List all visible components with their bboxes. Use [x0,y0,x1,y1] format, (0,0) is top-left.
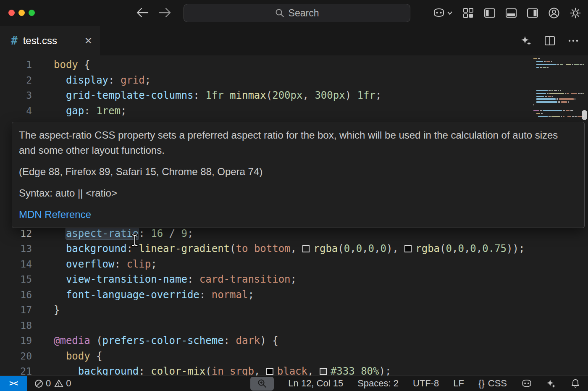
tab-test-css[interactable]: # test.css ✕ [0,26,100,55]
mdn-reference-link[interactable]: MDN Reference [19,207,578,222]
tooltip-syntax: Syntax: auto || <ratio> [19,186,578,201]
language-label: CSS [488,378,507,389]
color-swatch[interactable] [266,368,273,375]
copilot-sparkle-icon[interactable] [521,35,532,46]
more-actions-icon[interactable] [568,35,579,46]
minimap[interactable] [533,58,584,119]
chevron-down-icon [447,11,453,15]
problems-indicator[interactable]: 0 0 [34,378,71,389]
code-content: } [32,302,60,318]
back-arrow-icon[interactable] [136,7,149,18]
scrollbar-thumb[interactable] [582,110,587,120]
code-line-13[interactable]: 13 background: linear-gradient(to bottom… [0,241,588,257]
sparkle-status-icon[interactable] [546,379,556,388]
account-icon[interactable] [548,7,560,19]
history-nav [136,7,171,18]
search-input[interactable]: Search [184,4,410,22]
editor-pane[interactable]: 1body {2 display: grid;3 grid-template-c… [0,55,588,375]
toggle-sidebar-right-icon[interactable] [527,8,538,18]
error-icon [34,379,43,388]
code-content: font-language-override: normal; [32,287,254,303]
notifications-bell-icon[interactable] [570,378,580,388]
code-content: grid-template-columns: 1fr minmax(200px,… [32,88,381,103]
code-line-20[interactable]: 20 body { [0,349,588,364]
status-bar: >< 0 0 Ln 12, Col 15 Spaces: 2 UTF-8 LF … [0,375,588,391]
braces-icon: {} [478,378,485,389]
color-swatch[interactable] [302,245,310,252]
language-mode[interactable]: {} CSS [478,378,507,389]
editor-actions [521,26,588,55]
remote-indicator[interactable]: >< [0,376,27,391]
line-number[interactable]: 1 [0,57,32,73]
css-file-icon: # [11,34,18,47]
code-line-17[interactable]: 17} [0,302,588,318]
code-line-3[interactable]: 3 grid-template-columns: 1fr minmax(200p… [0,88,588,103]
forward-arrow-icon[interactable] [159,7,171,18]
code-content: body { [32,57,90,73]
line-number[interactable]: 15 [0,272,32,287]
warning-count: 0 [66,378,71,389]
line-number[interactable]: 3 [0,88,32,103]
close-window-button[interactable] [8,10,15,16]
tooltip-description: The aspect-ratio CSS property sets a pre… [19,128,578,158]
search-icon [275,8,284,18]
indentation-setting[interactable]: Spaces: 2 [357,378,399,389]
statusbar-right: Ln 12, Col 15 Spaces: 2 UTF-8 LF {} CSS [250,377,588,391]
code-line-15[interactable]: 15 view-transition-name: card-transition… [0,272,588,287]
search-label: Search [289,8,319,19]
line-number[interactable]: 20 [0,349,32,364]
copilot-status-icon[interactable] [521,379,532,388]
color-swatch[interactable] [404,245,412,252]
cursor-position[interactable]: Ln 12, Col 15 [288,378,343,389]
line-number[interactable]: 4 [0,103,32,119]
code-line-18[interactable]: 18 [0,318,588,333]
code-line-4[interactable]: 4 gap: 1rem; [0,103,588,119]
eol-setting[interactable]: LF [453,378,464,389]
code-content: display: grid; [32,73,151,88]
tab-bar: # test.css ✕ [0,26,588,55]
code-content: body { [32,349,102,364]
title-bar: Search [0,0,588,26]
code-content: view-transition-name: card-transition; [32,272,297,287]
code-line-2[interactable]: 2 display: grid; [0,73,588,88]
split-editor-icon[interactable] [544,35,555,46]
titlebar-actions [433,7,581,19]
code-line-21[interactable]: 21 background: color-mix(in srgb, black,… [0,364,588,375]
line-number[interactable]: 14 [0,257,32,272]
code-line-14[interactable]: 14 overflow: clip; [0,257,588,272]
code-content: background: color-mix(in srgb, black, #3… [32,364,391,375]
line-number[interactable]: 21 [0,364,32,375]
line-number[interactable]: 19 [0,333,32,349]
error-count: 0 [46,378,51,389]
encoding-setting[interactable]: UTF-8 [413,378,439,389]
color-swatch[interactable] [320,368,327,375]
line-number[interactable]: 13 [0,241,32,257]
copilot-icon [433,8,445,18]
window-controls [8,10,35,16]
tooltip-browser-support: (Edge 88, Firefox 89, Safari 15, Chrome … [19,164,578,179]
code-content: gap: 1rem; [32,103,126,119]
code-line-1[interactable]: 1body { [0,57,588,73]
code-content: overflow: clip; [32,257,157,272]
warning-icon [54,379,63,388]
toggle-sidebar-left-icon[interactable] [484,8,496,18]
close-tab-icon[interactable]: ✕ [84,35,92,47]
maximize-window-button[interactable] [29,10,35,16]
line-number[interactable]: 16 [0,287,32,303]
zoom-indicator[interactable] [250,377,274,391]
customize-layout-icon[interactable] [462,7,474,19]
copilot-menu-button[interactable] [433,8,453,18]
line-number[interactable]: 17 [0,302,32,318]
hover-tooltip: The aspect-ratio CSS property sets a pre… [12,122,585,228]
settings-gear-icon[interactable] [570,7,581,19]
line-number[interactable]: 18 [0,318,32,333]
code-line-19[interactable]: 19@media (prefers-color-scheme: dark) { [0,333,588,349]
toggle-panel-bottom-icon[interactable] [505,8,517,18]
zoom-magnifier-icon [257,378,267,388]
line-number[interactable]: 2 [0,73,32,88]
code-content: background: linear-gradient(to bottom, r… [32,241,525,257]
code-content: @media (prefers-color-scheme: dark) { [32,333,278,349]
minimize-window-button[interactable] [18,10,25,16]
code-content [32,318,54,333]
code-line-16[interactable]: 16 font-language-override: normal; [0,287,588,303]
